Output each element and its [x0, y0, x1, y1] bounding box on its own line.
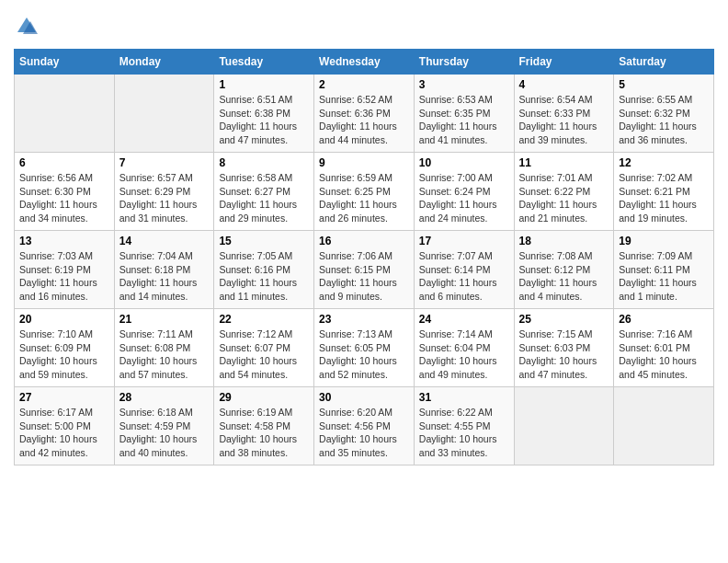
- day-info: Sunrise: 6:56 AM Sunset: 6:30 PM Dayligh…: [19, 171, 109, 225]
- calendar-header-row: SundayMondayTuesdayWednesdayThursdayFrid…: [15, 50, 714, 75]
- day-number: 10: [419, 156, 509, 169]
- day-number: 20: [19, 313, 109, 326]
- logo-icon: [14, 14, 40, 40]
- day-info: Sunrise: 7:05 AM Sunset: 6:16 PM Dayligh…: [219, 249, 309, 304]
- calendar-cell: 26Sunrise: 7:16 AM Sunset: 6:01 PM Dayli…: [614, 309, 714, 387]
- calendar-table: SundayMondayTuesdayWednesdayThursdayFrid…: [14, 49, 714, 465]
- day-info: Sunrise: 6:58 AM Sunset: 6:27 PM Dayligh…: [219, 171, 309, 225]
- calendar-cell: 5Sunrise: 6:55 AM Sunset: 6:32 PM Daylig…: [614, 75, 714, 153]
- day-number: 15: [219, 235, 309, 247]
- calendar-cell: 19Sunrise: 7:09 AM Sunset: 6:11 PM Dayli…: [614, 231, 714, 309]
- day-info: Sunrise: 7:06 AM Sunset: 6:15 PM Dayligh…: [319, 249, 409, 304]
- day-number: 16: [319, 235, 409, 247]
- day-info: Sunrise: 6:51 AM Sunset: 6:38 PM Dayligh…: [219, 93, 309, 147]
- day-of-week-thursday: Thursday: [414, 50, 514, 75]
- day-of-week-friday: Friday: [514, 50, 614, 75]
- day-number: 8: [219, 156, 309, 169]
- day-number: 31: [419, 391, 509, 404]
- day-info: Sunrise: 7:08 AM Sunset: 6:12 PM Dayligh…: [519, 249, 609, 304]
- day-info: Sunrise: 6:53 AM Sunset: 6:35 PM Dayligh…: [419, 93, 509, 147]
- calendar-cell: 3Sunrise: 6:53 AM Sunset: 6:35 PM Daylig…: [414, 75, 514, 153]
- calendar-cell: 17Sunrise: 7:07 AM Sunset: 6:14 PM Dayli…: [414, 231, 514, 309]
- day-info: Sunrise: 7:02 AM Sunset: 6:21 PM Dayligh…: [619, 171, 709, 225]
- day-number: 14: [119, 235, 210, 247]
- day-number: 11: [519, 156, 609, 169]
- day-of-week-monday: Monday: [114, 50, 214, 75]
- calendar-cell: 14Sunrise: 7:04 AM Sunset: 6:18 PM Dayli…: [114, 231, 214, 309]
- calendar-cell: 13Sunrise: 7:03 AM Sunset: 6:19 PM Dayli…: [15, 231, 115, 309]
- day-number: 6: [19, 156, 109, 169]
- day-info: Sunrise: 7:09 AM Sunset: 6:11 PM Dayligh…: [619, 249, 709, 304]
- day-info: Sunrise: 6:22 AM Sunset: 4:55 PM Dayligh…: [419, 406, 509, 460]
- calendar-cell: 18Sunrise: 7:08 AM Sunset: 6:12 PM Dayli…: [514, 231, 614, 309]
- day-number: 9: [319, 156, 409, 169]
- day-info: Sunrise: 6:54 AM Sunset: 6:33 PM Dayligh…: [519, 93, 609, 147]
- day-info: Sunrise: 6:57 AM Sunset: 6:29 PM Dayligh…: [119, 171, 210, 225]
- day-info: Sunrise: 7:04 AM Sunset: 6:18 PM Dayligh…: [119, 249, 210, 304]
- day-number: 22: [219, 313, 309, 326]
- day-info: Sunrise: 6:17 AM Sunset: 5:00 PM Dayligh…: [19, 406, 109, 460]
- calendar-cell: 21Sunrise: 7:11 AM Sunset: 6:08 PM Dayli…: [114, 309, 214, 387]
- calendar-cell: [15, 75, 115, 153]
- calendar-week-row: 13Sunrise: 7:03 AM Sunset: 6:19 PM Dayli…: [15, 231, 714, 309]
- calendar-cell: 10Sunrise: 7:00 AM Sunset: 6:24 PM Dayli…: [414, 153, 514, 231]
- calendar-cell: 31Sunrise: 6:22 AM Sunset: 4:55 PM Dayli…: [414, 387, 514, 465]
- day-info: Sunrise: 7:15 AM Sunset: 6:03 PM Dayligh…: [519, 327, 609, 382]
- day-number: 18: [519, 235, 609, 247]
- calendar-cell: 25Sunrise: 7:15 AM Sunset: 6:03 PM Dayli…: [514, 309, 614, 387]
- day-info: Sunrise: 7:07 AM Sunset: 6:14 PM Dayligh…: [419, 249, 509, 304]
- day-info: Sunrise: 7:01 AM Sunset: 6:22 PM Dayligh…: [519, 171, 609, 225]
- day-of-week-saturday: Saturday: [614, 50, 714, 75]
- calendar-cell: 8Sunrise: 6:58 AM Sunset: 6:27 PM Daylig…: [214, 153, 314, 231]
- calendar-cell: 11Sunrise: 7:01 AM Sunset: 6:22 PM Dayli…: [514, 153, 614, 231]
- day-number: 27: [19, 391, 109, 404]
- day-number: 28: [119, 391, 210, 404]
- calendar-cell: 1Sunrise: 6:51 AM Sunset: 6:38 PM Daylig…: [214, 75, 314, 153]
- day-number: 1: [219, 78, 309, 91]
- day-number: 23: [319, 313, 409, 326]
- day-of-week-tuesday: Tuesday: [214, 50, 314, 75]
- day-number: 19: [619, 235, 709, 247]
- day-number: 7: [119, 156, 210, 169]
- day-info: Sunrise: 6:55 AM Sunset: 6:32 PM Dayligh…: [619, 93, 709, 147]
- calendar-cell: 12Sunrise: 7:02 AM Sunset: 6:21 PM Dayli…: [614, 153, 714, 231]
- day-number: 21: [119, 313, 210, 326]
- day-number: 2: [319, 78, 409, 91]
- day-info: Sunrise: 7:16 AM Sunset: 6:01 PM Dayligh…: [619, 327, 709, 382]
- day-info: Sunrise: 7:13 AM Sunset: 6:05 PM Dayligh…: [319, 327, 409, 382]
- day-of-week-wednesday: Wednesday: [314, 50, 415, 75]
- day-number: 13: [19, 235, 109, 247]
- day-info: Sunrise: 6:20 AM Sunset: 4:56 PM Dayligh…: [319, 406, 409, 460]
- day-info: Sunrise: 6:19 AM Sunset: 4:58 PM Dayligh…: [219, 406, 309, 460]
- calendar-week-row: 1Sunrise: 6:51 AM Sunset: 6:38 PM Daylig…: [15, 75, 714, 153]
- day-number: 25: [519, 313, 609, 326]
- day-info: Sunrise: 7:12 AM Sunset: 6:07 PM Dayligh…: [219, 327, 309, 382]
- calendar-cell: 23Sunrise: 7:13 AM Sunset: 6:05 PM Dayli…: [314, 309, 415, 387]
- calendar-cell: 24Sunrise: 7:14 AM Sunset: 6:04 PM Dayli…: [414, 309, 514, 387]
- calendar-cell: 20Sunrise: 7:10 AM Sunset: 6:09 PM Dayli…: [15, 309, 115, 387]
- day-info: Sunrise: 7:10 AM Sunset: 6:09 PM Dayligh…: [19, 327, 109, 382]
- day-number: 17: [419, 235, 509, 247]
- day-number: 30: [319, 391, 409, 404]
- calendar-cell: 28Sunrise: 6:18 AM Sunset: 4:59 PM Dayli…: [114, 387, 214, 465]
- calendar-cell: 6Sunrise: 6:56 AM Sunset: 6:30 PM Daylig…: [15, 153, 115, 231]
- calendar-cell: 15Sunrise: 7:05 AM Sunset: 6:16 PM Dayli…: [214, 231, 314, 309]
- logo: [14, 14, 41, 40]
- day-number: 24: [419, 313, 509, 326]
- day-info: Sunrise: 7:03 AM Sunset: 6:19 PM Dayligh…: [19, 249, 109, 304]
- day-info: Sunrise: 7:11 AM Sunset: 6:08 PM Dayligh…: [119, 327, 210, 382]
- calendar-cell: 9Sunrise: 6:59 AM Sunset: 6:25 PM Daylig…: [314, 153, 415, 231]
- day-number: 4: [519, 78, 609, 91]
- calendar-cell: [114, 75, 214, 153]
- day-number: 5: [619, 78, 709, 91]
- calendar-cell: 27Sunrise: 6:17 AM Sunset: 5:00 PM Dayli…: [15, 387, 115, 465]
- calendar-cell: 30Sunrise: 6:20 AM Sunset: 4:56 PM Dayli…: [314, 387, 415, 465]
- day-info: Sunrise: 6:52 AM Sunset: 6:36 PM Dayligh…: [319, 93, 409, 147]
- day-info: Sunrise: 7:00 AM Sunset: 6:24 PM Dayligh…: [419, 171, 509, 225]
- calendar-week-row: 20Sunrise: 7:10 AM Sunset: 6:09 PM Dayli…: [15, 309, 714, 387]
- day-number: 3: [419, 78, 509, 91]
- day-info: Sunrise: 6:59 AM Sunset: 6:25 PM Dayligh…: [319, 171, 409, 225]
- day-info: Sunrise: 7:14 AM Sunset: 6:04 PM Dayligh…: [419, 327, 509, 382]
- day-info: Sunrise: 6:18 AM Sunset: 4:59 PM Dayligh…: [119, 406, 210, 460]
- calendar-cell: 22Sunrise: 7:12 AM Sunset: 6:07 PM Dayli…: [214, 309, 314, 387]
